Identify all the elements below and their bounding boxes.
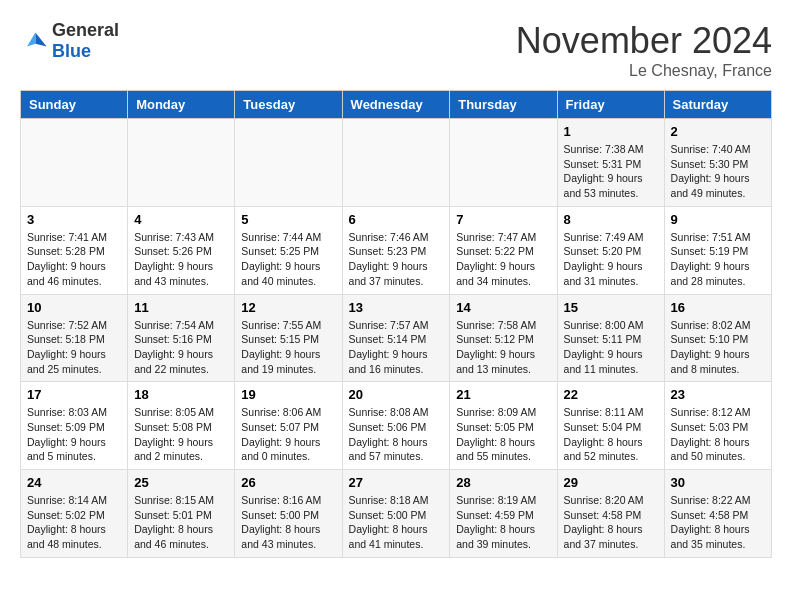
- weekday-header: Sunday: [21, 91, 128, 119]
- calendar-cell: 13Sunrise: 7:57 AM Sunset: 5:14 PM Dayli…: [342, 294, 450, 382]
- calendar-cell: 8Sunrise: 7:49 AM Sunset: 5:20 PM Daylig…: [557, 206, 664, 294]
- calendar-cell: [342, 119, 450, 207]
- calendar-cell: 9Sunrise: 7:51 AM Sunset: 5:19 PM Daylig…: [664, 206, 771, 294]
- day-number: 27: [349, 475, 444, 490]
- day-number: 13: [349, 300, 444, 315]
- calendar-cell: 17Sunrise: 8:03 AM Sunset: 5:09 PM Dayli…: [21, 382, 128, 470]
- calendar-cell: 3Sunrise: 7:41 AM Sunset: 5:28 PM Daylig…: [21, 206, 128, 294]
- day-info: Sunrise: 7:43 AM Sunset: 5:26 PM Dayligh…: [134, 230, 228, 289]
- day-number: 29: [564, 475, 658, 490]
- calendar-cell: [450, 119, 557, 207]
- calendar-cell: 2Sunrise: 7:40 AM Sunset: 5:30 PM Daylig…: [664, 119, 771, 207]
- calendar-week-row: 3Sunrise: 7:41 AM Sunset: 5:28 PM Daylig…: [21, 206, 772, 294]
- calendar-cell: 1Sunrise: 7:38 AM Sunset: 5:31 PM Daylig…: [557, 119, 664, 207]
- day-number: 1: [564, 124, 658, 139]
- calendar-cell: 11Sunrise: 7:54 AM Sunset: 5:16 PM Dayli…: [128, 294, 235, 382]
- day-number: 30: [671, 475, 765, 490]
- weekday-header: Saturday: [664, 91, 771, 119]
- day-info: Sunrise: 8:00 AM Sunset: 5:11 PM Dayligh…: [564, 318, 658, 377]
- day-number: 2: [671, 124, 765, 139]
- calendar-cell: 14Sunrise: 7:58 AM Sunset: 5:12 PM Dayli…: [450, 294, 557, 382]
- day-number: 20: [349, 387, 444, 402]
- day-number: 17: [27, 387, 121, 402]
- day-number: 8: [564, 212, 658, 227]
- calendar-cell: 28Sunrise: 8:19 AM Sunset: 4:59 PM Dayli…: [450, 470, 557, 558]
- day-info: Sunrise: 8:15 AM Sunset: 5:01 PM Dayligh…: [134, 493, 228, 552]
- logo: General Blue: [20, 20, 119, 62]
- day-info: Sunrise: 8:09 AM Sunset: 5:05 PM Dayligh…: [456, 405, 550, 464]
- day-number: 6: [349, 212, 444, 227]
- day-info: Sunrise: 7:58 AM Sunset: 5:12 PM Dayligh…: [456, 318, 550, 377]
- day-info: Sunrise: 8:06 AM Sunset: 5:07 PM Dayligh…: [241, 405, 335, 464]
- calendar-week-row: 1Sunrise: 7:38 AM Sunset: 5:31 PM Daylig…: [21, 119, 772, 207]
- calendar-cell: 29Sunrise: 8:20 AM Sunset: 4:58 PM Dayli…: [557, 470, 664, 558]
- calendar-cell: 26Sunrise: 8:16 AM Sunset: 5:00 PM Dayli…: [235, 470, 342, 558]
- day-info: Sunrise: 7:54 AM Sunset: 5:16 PM Dayligh…: [134, 318, 228, 377]
- calendar-cell: [235, 119, 342, 207]
- calendar-cell: 4Sunrise: 7:43 AM Sunset: 5:26 PM Daylig…: [128, 206, 235, 294]
- day-info: Sunrise: 8:20 AM Sunset: 4:58 PM Dayligh…: [564, 493, 658, 552]
- day-info: Sunrise: 8:05 AM Sunset: 5:08 PM Dayligh…: [134, 405, 228, 464]
- calendar-cell: 22Sunrise: 8:11 AM Sunset: 5:04 PM Dayli…: [557, 382, 664, 470]
- calendar-cell: [21, 119, 128, 207]
- weekday-header: Wednesday: [342, 91, 450, 119]
- day-info: Sunrise: 7:40 AM Sunset: 5:30 PM Dayligh…: [671, 142, 765, 201]
- day-number: 25: [134, 475, 228, 490]
- calendar-cell: 18Sunrise: 8:05 AM Sunset: 5:08 PM Dayli…: [128, 382, 235, 470]
- weekday-header: Monday: [128, 91, 235, 119]
- day-number: 11: [134, 300, 228, 315]
- calendar-header-row: SundayMondayTuesdayWednesdayThursdayFrid…: [21, 91, 772, 119]
- day-info: Sunrise: 8:22 AM Sunset: 4:58 PM Dayligh…: [671, 493, 765, 552]
- svg-marker-1: [27, 33, 35, 47]
- day-info: Sunrise: 8:08 AM Sunset: 5:06 PM Dayligh…: [349, 405, 444, 464]
- calendar-cell: 7Sunrise: 7:47 AM Sunset: 5:22 PM Daylig…: [450, 206, 557, 294]
- day-info: Sunrise: 8:11 AM Sunset: 5:04 PM Dayligh…: [564, 405, 658, 464]
- calendar-week-row: 24Sunrise: 8:14 AM Sunset: 5:02 PM Dayli…: [21, 470, 772, 558]
- day-number: 28: [456, 475, 550, 490]
- day-number: 7: [456, 212, 550, 227]
- logo-text-blue: Blue: [52, 41, 91, 61]
- day-info: Sunrise: 8:18 AM Sunset: 5:00 PM Dayligh…: [349, 493, 444, 552]
- day-number: 3: [27, 212, 121, 227]
- day-number: 22: [564, 387, 658, 402]
- weekday-header: Thursday: [450, 91, 557, 119]
- calendar-cell: [128, 119, 235, 207]
- calendar-cell: 6Sunrise: 7:46 AM Sunset: 5:23 PM Daylig…: [342, 206, 450, 294]
- calendar-cell: 20Sunrise: 8:08 AM Sunset: 5:06 PM Dayli…: [342, 382, 450, 470]
- calendar-cell: 15Sunrise: 8:00 AM Sunset: 5:11 PM Dayli…: [557, 294, 664, 382]
- weekday-header: Friday: [557, 91, 664, 119]
- day-info: Sunrise: 7:38 AM Sunset: 5:31 PM Dayligh…: [564, 142, 658, 201]
- day-number: 5: [241, 212, 335, 227]
- logo-icon: [20, 27, 48, 55]
- day-number: 12: [241, 300, 335, 315]
- day-number: 9: [671, 212, 765, 227]
- day-info: Sunrise: 7:51 AM Sunset: 5:19 PM Dayligh…: [671, 230, 765, 289]
- calendar-week-row: 17Sunrise: 8:03 AM Sunset: 5:09 PM Dayli…: [21, 382, 772, 470]
- day-number: 4: [134, 212, 228, 227]
- day-number: 16: [671, 300, 765, 315]
- calendar-cell: 19Sunrise: 8:06 AM Sunset: 5:07 PM Dayli…: [235, 382, 342, 470]
- calendar-cell: 25Sunrise: 8:15 AM Sunset: 5:01 PM Dayli…: [128, 470, 235, 558]
- calendar-cell: 12Sunrise: 7:55 AM Sunset: 5:15 PM Dayli…: [235, 294, 342, 382]
- day-info: Sunrise: 8:03 AM Sunset: 5:09 PM Dayligh…: [27, 405, 121, 464]
- day-info: Sunrise: 7:47 AM Sunset: 5:22 PM Dayligh…: [456, 230, 550, 289]
- day-info: Sunrise: 7:55 AM Sunset: 5:15 PM Dayligh…: [241, 318, 335, 377]
- day-number: 23: [671, 387, 765, 402]
- calendar-cell: 5Sunrise: 7:44 AM Sunset: 5:25 PM Daylig…: [235, 206, 342, 294]
- calendar-cell: 30Sunrise: 8:22 AM Sunset: 4:58 PM Dayli…: [664, 470, 771, 558]
- day-info: Sunrise: 7:52 AM Sunset: 5:18 PM Dayligh…: [27, 318, 121, 377]
- day-number: 19: [241, 387, 335, 402]
- day-number: 15: [564, 300, 658, 315]
- day-info: Sunrise: 8:12 AM Sunset: 5:03 PM Dayligh…: [671, 405, 765, 464]
- location: Le Chesnay, France: [516, 62, 772, 80]
- day-info: Sunrise: 8:14 AM Sunset: 5:02 PM Dayligh…: [27, 493, 121, 552]
- calendar-cell: 21Sunrise: 8:09 AM Sunset: 5:05 PM Dayli…: [450, 382, 557, 470]
- logo-text-general: General: [52, 20, 119, 40]
- day-info: Sunrise: 7:49 AM Sunset: 5:20 PM Dayligh…: [564, 230, 658, 289]
- calendar-cell: 16Sunrise: 8:02 AM Sunset: 5:10 PM Dayli…: [664, 294, 771, 382]
- day-number: 18: [134, 387, 228, 402]
- calendar-cell: 23Sunrise: 8:12 AM Sunset: 5:03 PM Dayli…: [664, 382, 771, 470]
- month-title: November 2024: [516, 20, 772, 62]
- page-header: General Blue November 2024 Le Chesnay, F…: [20, 20, 772, 80]
- calendar: SundayMondayTuesdayWednesdayThursdayFrid…: [20, 90, 772, 558]
